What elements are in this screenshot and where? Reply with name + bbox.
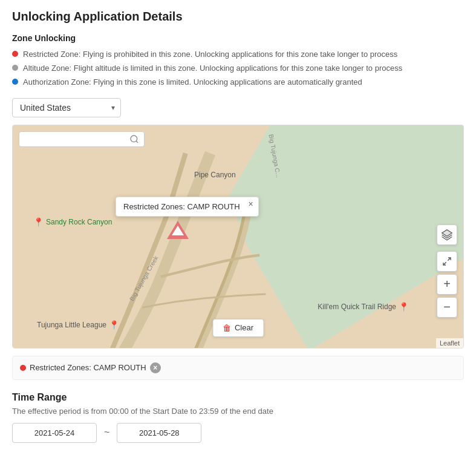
zoom-out-button[interactable]: − [437,297,457,318]
map-controls: + − [437,224,457,318]
country-select[interactable]: United States Canada United Kingdom Aust… [12,98,121,117]
map-search-box [19,131,145,147]
zone-unlocking-title: Zone Unlocking [12,33,464,43]
svg-line-7 [448,258,451,261]
tujunga-label: Tujunga Little League 📍 [37,320,119,330]
layers-button[interactable] [437,224,457,245]
close-icon[interactable]: × [248,200,253,208]
legend-list: Restricted Zone: Flying is prohibited in… [12,49,464,88]
clear-button[interactable]: 🗑 Clear [212,319,264,337]
svg-point-4 [131,136,137,142]
fullscreen-button[interactable] [437,251,457,272]
sandy-rock-canyon-label: 📍 Sandy Rock Canyon [33,217,112,227]
date-range-row: ~ [12,423,464,443]
map-tooltip-popup: Restricted Zones: CAMP ROUTH × [116,197,259,217]
svg-line-5 [136,141,138,143]
pipe-canyon-label: Pipe Canyon [194,171,236,179]
location-pin-icon-killem: 📍 [399,302,409,312]
selected-zones-container: Restricted Zones: CAMP ROUTH × [12,356,464,380]
svg-line-8 [443,262,446,265]
fullscreen-icon [442,257,452,266]
map-attribution: Leaflet [436,338,463,348]
date-separator: ~ [97,427,117,438]
page-title: Unlocking Application Details [12,10,464,24]
location-pin-icon: 📍 [33,217,44,227]
end-date-input[interactable] [117,423,201,443]
country-select-wrapper: United States Canada United Kingdom Aust… [12,98,121,117]
layers-icon [441,229,453,241]
time-range-title: Time Range [12,392,464,403]
location-pin-icon-tujunga: 📍 [109,320,119,330]
map-search-input[interactable] [24,134,127,143]
map-background: Big Tujunga Creek Big Tujunga C... [13,125,463,348]
time-range-section: Time Range The effective period is from … [12,392,464,443]
zone-tag-dot [20,365,26,371]
legend-item-altitude: Altitude Zone: Flight altitude is limite… [12,63,464,74]
restricted-zone-marker[interactable] [167,221,189,239]
zone-tag-item: Restricted Zones: CAMP ROUTH × [20,362,161,373]
legend-item-authorization: Authorization Zone: Flying in this zone … [12,77,464,88]
zoom-in-button[interactable]: + [437,274,457,295]
map-container[interactable]: Big Tujunga Creek Big Tujunga C... Pipe … [12,125,464,349]
search-icon [129,134,139,144]
start-date-input[interactable] [12,423,97,443]
time-range-description: The effective period is from 00:00 of th… [12,407,464,416]
svg-marker-6 [442,229,452,236]
altitude-zone-dot [12,65,18,71]
restricted-zone-dot [12,51,18,57]
legend-item-restricted: Restricted Zone: Flying is prohibited in… [12,49,464,60]
killem-trail-label: Kill'em Quick Trail Ridge 📍 [318,302,409,312]
remove-zone-button[interactable]: × [150,362,161,373]
trash-icon: 🗑 [223,323,231,333]
authorization-zone-dot [12,79,18,85]
zone-unlocking-section: Zone Unlocking Restricted Zone: Flying i… [12,33,464,88]
